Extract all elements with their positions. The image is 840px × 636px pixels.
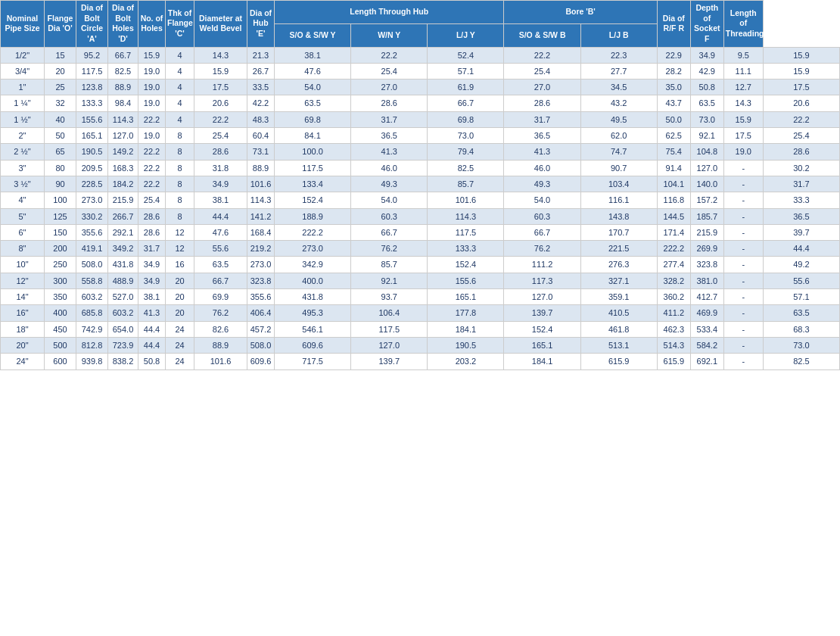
table-row: 6"150355.6292.128.61247.6168.4222.266.71…: [1, 224, 840, 240]
table-cell: 25.4: [763, 128, 839, 144]
table-cell: 411.2: [657, 305, 690, 321]
table-cell: 34.9: [138, 257, 166, 273]
table-cell: 98.4: [108, 95, 138, 111]
table-cell: 431.8: [108, 257, 138, 273]
table-cell: -: [723, 321, 763, 337]
table-cell: 292.1: [108, 224, 138, 240]
table-cell: 73.1: [247, 144, 275, 160]
table-cell: 28.6: [138, 224, 166, 240]
table-cell: 190.5: [76, 144, 108, 160]
table-cell: 15: [45, 47, 76, 63]
table-cell: 152.4: [428, 257, 504, 273]
table-cell: 3/4": [1, 63, 45, 79]
table-cell: 184.2: [108, 176, 138, 192]
table-cell: 66.7: [351, 224, 428, 240]
header-wny: W/N Y: [351, 23, 428, 47]
table-cell: 55.6: [763, 273, 839, 288]
table-cell: 19.0: [138, 63, 166, 79]
header-thk-flange: Thk of Flange 'C': [166, 1, 194, 48]
table-cell: 24": [1, 354, 45, 369]
table-row: 1/2"1595.266.715.9414.321.338.122.252.42…: [1, 47, 840, 63]
table-cell: 84.1: [275, 128, 351, 144]
table-cell: 603.2: [76, 289, 108, 305]
table-cell: 47.6: [275, 63, 351, 79]
table-cell: 133.4: [275, 176, 351, 192]
table-cell: 4: [166, 47, 194, 63]
table-cell: 20": [1, 337, 45, 353]
table-cell: -: [723, 289, 763, 305]
table-cell: 170.7: [580, 224, 657, 240]
table-cell: -: [723, 176, 763, 192]
table-cell: 143.8: [580, 208, 657, 224]
table-cell: 4": [1, 192, 45, 208]
table-cell: 350: [45, 289, 76, 305]
table-cell: 114.3: [108, 111, 138, 127]
table-cell: 12.7: [723, 80, 763, 95]
table-cell: 508.0: [247, 337, 275, 353]
table-cell: 222.2: [275, 224, 351, 240]
table-cell: 62.0: [580, 128, 657, 144]
table-cell: 603.2: [108, 305, 138, 321]
table-cell: 82.6: [194, 321, 247, 337]
table-cell: 22.2: [504, 47, 580, 63]
table-cell: 406.4: [247, 305, 275, 321]
table-cell: 36.5: [351, 128, 428, 144]
table-cell: 20: [45, 63, 76, 79]
table-cell: 34.9: [138, 273, 166, 288]
table-cell: 38.1: [275, 47, 351, 63]
table-cell: 19.0: [138, 80, 166, 95]
table-cell: 600: [45, 354, 76, 369]
table-cell: 584.2: [690, 337, 723, 353]
table-row: 14"350603.2527.038.12069.9355.6431.893.7…: [1, 289, 840, 305]
table-cell: 30.2: [763, 160, 839, 176]
table-cell: 40: [45, 111, 76, 127]
table-cell: 63.5: [763, 305, 839, 321]
table-row: 8"200419.1349.231.71255.6219.2273.076.21…: [1, 241, 840, 257]
table-cell: 488.9: [108, 273, 138, 288]
table-cell: 27.0: [504, 80, 580, 95]
table-cell: 20: [166, 289, 194, 305]
table-cell: 25: [45, 80, 76, 95]
table-cell: 93.7: [351, 289, 428, 305]
table-cell: 15.9: [138, 47, 166, 63]
table-cell: 106.4: [351, 305, 428, 321]
header-flange: Flange Dia 'O': [45, 1, 76, 48]
table-cell: 60.3: [504, 208, 580, 224]
table-cell: 165.1: [76, 128, 108, 144]
table-cell: 57.1: [428, 63, 504, 79]
table-cell: 125: [45, 208, 76, 224]
header-dia-hub: Dia of Hub 'E': [247, 1, 275, 48]
table-cell: 88.9: [194, 337, 247, 353]
table-cell: 203.2: [428, 354, 504, 369]
table-cell: 22.2: [351, 47, 428, 63]
table-cell: 410.5: [580, 305, 657, 321]
table-cell: 60.4: [247, 128, 275, 144]
table-cell: 273.0: [76, 192, 108, 208]
table-cell: 82.5: [108, 63, 138, 79]
table-cell: 168.3: [108, 160, 138, 176]
table-cell: 276.3: [580, 257, 657, 273]
table-cell: 10": [1, 257, 45, 273]
table-cell: 500: [45, 337, 76, 353]
table-cell: 66.7: [108, 47, 138, 63]
table-cell: 144.5: [657, 208, 690, 224]
header-ljy: L/J Y: [428, 23, 504, 47]
table-cell: 342.9: [275, 257, 351, 273]
table-cell: 16": [1, 305, 45, 321]
table-cell: 63.5: [275, 95, 351, 111]
table-cell: 149.2: [108, 144, 138, 160]
table-cell: 76.2: [351, 241, 428, 257]
table-cell: 219.2: [247, 241, 275, 257]
table-cell: 184.1: [428, 321, 504, 337]
table-cell: 92.1: [351, 273, 428, 288]
table-row: 2"50165.1127.019.0825.460.484.136.573.03…: [1, 128, 840, 144]
header-ljb: L/J B: [580, 23, 657, 47]
table-cell: 14.3: [194, 47, 247, 63]
table-cell: 127.0: [690, 160, 723, 176]
table-cell: 43.7: [657, 95, 690, 111]
table-cell: 47.6: [194, 224, 247, 240]
table-cell: 558.8: [76, 273, 108, 288]
table-cell: 63.5: [690, 95, 723, 111]
table-cell: -: [723, 160, 763, 176]
table-cell: -: [723, 337, 763, 353]
